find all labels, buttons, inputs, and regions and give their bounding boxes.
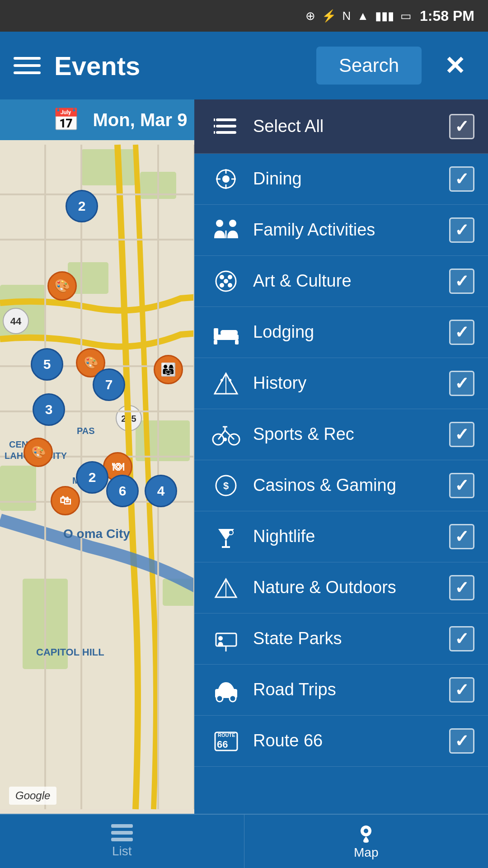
category-nature[interactable]: Nature & Outdoors ✓: [194, 562, 488, 613]
family-icon: [211, 218, 241, 243]
nfc-icon: N: [343, 9, 351, 23]
road-trips-checkbox[interactable]: ✓: [449, 677, 474, 703]
category-sports[interactable]: Sports & Rec ✓: [194, 409, 488, 460]
svg-point-45: [220, 275, 224, 279]
sports-checkbox[interactable]: ✓: [449, 422, 474, 447]
dining-icon-wrap: [208, 167, 244, 192]
state-parks-label: State Parks: [244, 628, 449, 649]
map-pin-2-mid[interactable]: 2: [76, 461, 108, 494]
history-checkbox[interactable]: ✓: [449, 371, 474, 396]
category-nightlife[interactable]: Nightlife ✓: [194, 511, 488, 562]
category-casinos[interactable]: $ Casinos & Gaming ✓: [194, 460, 488, 511]
calendar-icon: 📅: [52, 107, 80, 132]
tab-map[interactable]: Map: [244, 815, 488, 868]
dining-checkmark: ✓: [455, 169, 469, 189]
battery-icon: ▭: [400, 9, 412, 23]
nightlife-checkmark: ✓: [455, 527, 469, 547]
map-pin-art-3[interactable]: 🎨: [23, 438, 53, 467]
category-state-parks[interactable]: State Parks ✓: [194, 613, 488, 665]
hamburger-button[interactable]: [14, 57, 41, 74]
map-pin-art-1[interactable]: 🎨: [47, 271, 77, 301]
svg-rect-33: [214, 125, 215, 127]
art-icon-wrap: [208, 269, 244, 294]
category-dining[interactable]: Dining ✓: [194, 154, 488, 205]
category-select-all[interactable]: Select All ✓: [194, 99, 488, 154]
map-pin-family[interactable]: 👨‍👩‍👧: [154, 355, 183, 384]
svg-rect-31: [216, 131, 236, 134]
svg-point-63: [223, 438, 227, 441]
category-history[interactable]: History ✓: [194, 358, 488, 409]
tab-list[interactable]: List: [0, 815, 244, 868]
dining-icon: [214, 167, 239, 192]
map-pin-6[interactable]: 6: [106, 475, 139, 507]
casinos-checkbox[interactable]: ✓: [449, 473, 474, 498]
category-lodging[interactable]: Lodging ✓: [194, 307, 488, 358]
svg-rect-34: [214, 131, 215, 134]
category-family[interactable]: Family Activities ✓: [194, 205, 488, 256]
location-icon: ⊕: [305, 9, 315, 23]
history-label: History: [244, 373, 449, 394]
svg-text:CAPITOL HILL: CAPITOL HILL: [36, 646, 104, 658]
svg-point-48: [228, 283, 232, 288]
category-art[interactable]: Art & Culture ✓: [194, 256, 488, 307]
route66-checkmark: ✓: [455, 731, 469, 751]
map-pin-3[interactable]: 3: [33, 393, 65, 426]
lodging-checkmark: ✓: [455, 322, 469, 342]
map-pin-shopping[interactable]: 🛍: [51, 486, 80, 515]
map-date: Mon, Mar 9: [93, 110, 188, 130]
nightlife-icon-wrap: [208, 524, 244, 549]
history-icon: [214, 371, 239, 396]
map-pin-5[interactable]: 5: [31, 348, 63, 381]
art-checkmark: ✓: [455, 271, 469, 291]
svg-text:$: $: [223, 480, 228, 491]
nature-checkbox[interactable]: ✓: [449, 575, 474, 600]
close-button[interactable]: ✕: [435, 51, 474, 80]
nightlife-label: Nightlife: [244, 526, 449, 547]
svg-rect-53: [214, 328, 218, 335]
hamburger-line-3: [14, 71, 41, 74]
road-trips-checkmark: ✓: [455, 680, 469, 700]
art-icon: [214, 269, 239, 294]
status-icons: ⊕ ⚡ N ▲ ▮▮▮ ▭: [305, 9, 412, 23]
route66-checkbox[interactable]: ✓: [449, 728, 474, 754]
svg-point-57: [221, 379, 223, 382]
nightlife-icon: [214, 524, 239, 549]
svg-rect-30: [216, 125, 236, 127]
nightlife-checkbox[interactable]: ✓: [449, 524, 474, 549]
family-icon-wrap: [208, 218, 244, 243]
route66-icon-wrap: ROUTE 66: [208, 729, 244, 754]
state-parks-checkbox[interactable]: ✓: [449, 626, 474, 651]
select-all-checkmark: ✓: [455, 117, 469, 137]
history-icon-wrap: [208, 371, 244, 396]
dining-label: Dining: [244, 169, 449, 189]
family-checkbox[interactable]: ✓: [449, 217, 474, 243]
state-parks-icon: [211, 627, 241, 651]
casinos-label: Casinos & Gaming: [244, 475, 449, 496]
art-label: Art & Culture: [244, 271, 449, 292]
svg-text:66: 66: [217, 739, 228, 750]
svg-rect-83: [111, 838, 133, 841]
state-parks-icon-wrap: [208, 627, 244, 651]
category-dropdown[interactable]: Select All ✓ Dining ✓: [194, 99, 488, 814]
select-all-label: Select All: [244, 116, 449, 137]
hamburger-line-1: [14, 57, 41, 60]
map-pin-icon: [356, 823, 376, 843]
svg-point-76: [216, 695, 223, 702]
svg-text:44: 44: [10, 316, 22, 327]
category-route66[interactable]: ROUTE 66 Route 66 ✓: [194, 716, 488, 767]
map-pin-4[interactable]: 4: [145, 475, 177, 507]
search-button[interactable]: Search: [316, 47, 422, 85]
map-pin-7[interactable]: 7: [93, 368, 125, 401]
tab-list-label: List: [112, 844, 132, 859]
status-time: 1:58 PM: [420, 8, 474, 24]
nature-icon-wrap: [208, 576, 244, 600]
select-all-checkbox[interactable]: ✓: [449, 114, 474, 139]
svg-point-69: [229, 530, 233, 535]
svg-text:ROUTE: ROUTE: [218, 732, 235, 738]
dining-checkbox[interactable]: ✓: [449, 166, 474, 192]
map-pin-1[interactable]: 2: [66, 190, 98, 222]
lodging-checkbox[interactable]: ✓: [449, 320, 474, 345]
svg-point-47: [220, 283, 224, 288]
category-road-trips[interactable]: Road Trips ✓: [194, 665, 488, 716]
art-checkbox[interactable]: ✓: [449, 269, 474, 294]
